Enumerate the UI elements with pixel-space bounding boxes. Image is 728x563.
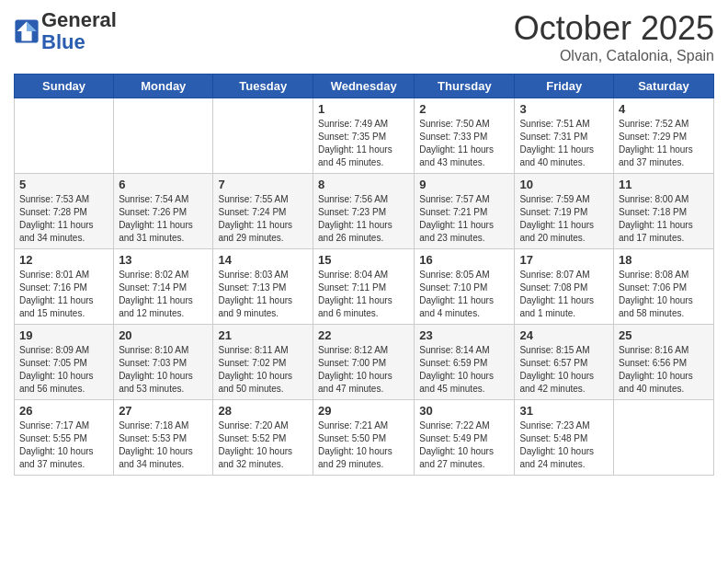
day-number: 18 <box>619 253 709 267</box>
week-row-2: 5Sunrise: 7:53 AM Sunset: 7:28 PM Daylig… <box>15 174 714 249</box>
day-info: Sunrise: 8:09 AM Sunset: 7:05 PM Dayligh… <box>19 344 108 396</box>
day-number: 20 <box>119 328 208 342</box>
day-info: Sunrise: 7:18 AM Sunset: 5:53 PM Dayligh… <box>119 419 208 471</box>
day-number: 26 <box>19 404 108 418</box>
day-number: 12 <box>19 253 108 267</box>
day-number: 9 <box>419 178 509 191</box>
logo-text: GeneralBlue <box>41 9 117 53</box>
day-number: 27 <box>119 404 208 418</box>
empty-cell <box>15 98 114 174</box>
month-title: October 2025 <box>514 9 714 48</box>
day-info: Sunrise: 8:16 AM Sunset: 6:56 PM Dayligh… <box>619 344 709 396</box>
day-info: Sunrise: 7:22 AM Sunset: 5:49 PM Dayligh… <box>419 419 509 471</box>
day-cell-31: 31Sunrise: 7:23 AM Sunset: 5:48 PM Dayli… <box>515 400 614 476</box>
title-block: October 2025 Olvan, Catalonia, Spain <box>514 9 714 64</box>
day-header-saturday: Saturday <box>614 75 714 98</box>
day-info: Sunrise: 7:57 AM Sunset: 7:21 PM Dayligh… <box>419 193 509 245</box>
day-cell-11: 11Sunrise: 8:00 AM Sunset: 7:18 PM Dayli… <box>614 174 714 249</box>
day-number: 5 <box>19 178 108 191</box>
day-cell-21: 21Sunrise: 8:11 AM Sunset: 7:02 PM Dayli… <box>213 325 313 400</box>
day-cell-7: 7Sunrise: 7:55 AM Sunset: 7:24 PM Daylig… <box>213 174 313 249</box>
day-info: Sunrise: 7:21 AM Sunset: 5:50 PM Dayligh… <box>318 419 409 471</box>
day-cell-19: 19Sunrise: 8:09 AM Sunset: 7:05 PM Dayli… <box>15 325 114 400</box>
day-cell-18: 18Sunrise: 8:08 AM Sunset: 7:06 PM Dayli… <box>614 249 714 325</box>
day-header-tuesday: Tuesday <box>213 75 313 98</box>
day-cell-8: 8Sunrise: 7:56 AM Sunset: 7:23 PM Daylig… <box>313 174 415 249</box>
day-info: Sunrise: 8:02 AM Sunset: 7:14 PM Dayligh… <box>119 269 208 320</box>
days-header-row: SundayMondayTuesdayWednesdayThursdayFrid… <box>15 75 714 98</box>
day-info: Sunrise: 7:59 AM Sunset: 7:19 PM Dayligh… <box>519 193 609 245</box>
day-cell-12: 12Sunrise: 8:01 AM Sunset: 7:16 PM Dayli… <box>15 249 114 325</box>
day-info: Sunrise: 8:11 AM Sunset: 7:02 PM Dayligh… <box>218 344 308 396</box>
week-row-3: 12Sunrise: 8:01 AM Sunset: 7:16 PM Dayli… <box>15 249 714 325</box>
day-cell-28: 28Sunrise: 7:20 AM Sunset: 5:52 PM Dayli… <box>213 400 313 476</box>
day-info: Sunrise: 7:50 AM Sunset: 7:33 PM Dayligh… <box>419 118 509 169</box>
day-number: 15 <box>318 253 409 267</box>
empty-cell <box>213 98 313 174</box>
day-cell-10: 10Sunrise: 7:59 AM Sunset: 7:19 PM Dayli… <box>515 174 614 249</box>
day-info: Sunrise: 7:23 AM Sunset: 5:48 PM Dayligh… <box>519 419 609 471</box>
day-cell-13: 13Sunrise: 8:02 AM Sunset: 7:14 PM Dayli… <box>114 249 213 325</box>
day-info: Sunrise: 8:05 AM Sunset: 7:10 PM Dayligh… <box>419 269 509 320</box>
day-number: 30 <box>419 404 509 418</box>
day-number: 21 <box>218 328 308 342</box>
day-info: Sunrise: 7:51 AM Sunset: 7:31 PM Dayligh… <box>519 118 609 169</box>
day-info: Sunrise: 7:54 AM Sunset: 7:26 PM Dayligh… <box>119 193 208 245</box>
day-number: 28 <box>218 404 308 418</box>
week-row-4: 19Sunrise: 8:09 AM Sunset: 7:05 PM Dayli… <box>15 325 714 400</box>
day-info: Sunrise: 8:07 AM Sunset: 7:08 PM Dayligh… <box>519 269 609 320</box>
day-cell-26: 26Sunrise: 7:17 AM Sunset: 5:55 PM Dayli… <box>15 400 114 476</box>
day-number: 19 <box>19 328 108 342</box>
header: GeneralBlue October 2025 Olvan, Cataloni… <box>14 9 714 64</box>
day-number: 24 <box>519 328 609 342</box>
page-container: GeneralBlue October 2025 Olvan, Cataloni… <box>0 0 728 485</box>
day-number: 23 <box>419 328 509 342</box>
logo: GeneralBlue <box>14 9 117 53</box>
day-cell-5: 5Sunrise: 7:53 AM Sunset: 7:28 PM Daylig… <box>15 174 114 249</box>
day-number: 13 <box>119 253 208 267</box>
day-cell-3: 3Sunrise: 7:51 AM Sunset: 7:31 PM Daylig… <box>515 98 614 174</box>
day-number: 11 <box>619 178 709 191</box>
empty-cell <box>114 98 213 174</box>
day-number: 4 <box>619 102 709 116</box>
day-cell-17: 17Sunrise: 8:07 AM Sunset: 7:08 PM Dayli… <box>515 249 614 325</box>
day-cell-6: 6Sunrise: 7:54 AM Sunset: 7:26 PM Daylig… <box>114 174 213 249</box>
day-info: Sunrise: 7:53 AM Sunset: 7:28 PM Dayligh… <box>19 193 108 245</box>
location: Olvan, Catalonia, Spain <box>514 48 714 64</box>
day-info: Sunrise: 8:10 AM Sunset: 7:03 PM Dayligh… <box>119 344 208 396</box>
day-header-thursday: Thursday <box>415 75 515 98</box>
day-number: 6 <box>119 178 208 191</box>
day-cell-22: 22Sunrise: 8:12 AM Sunset: 7:00 PM Dayli… <box>313 325 415 400</box>
day-info: Sunrise: 7:17 AM Sunset: 5:55 PM Dayligh… <box>19 419 108 471</box>
day-cell-29: 29Sunrise: 7:21 AM Sunset: 5:50 PM Dayli… <box>313 400 415 476</box>
day-number: 10 <box>519 178 609 191</box>
day-cell-30: 30Sunrise: 7:22 AM Sunset: 5:49 PM Dayli… <box>415 400 515 476</box>
week-row-1: 1Sunrise: 7:49 AM Sunset: 7:35 PM Daylig… <box>15 98 714 174</box>
day-info: Sunrise: 7:49 AM Sunset: 7:35 PM Dayligh… <box>318 118 409 169</box>
day-info: Sunrise: 7:55 AM Sunset: 7:24 PM Dayligh… <box>218 193 308 245</box>
day-cell-9: 9Sunrise: 7:57 AM Sunset: 7:21 PM Daylig… <box>415 174 515 249</box>
day-info: Sunrise: 8:01 AM Sunset: 7:16 PM Dayligh… <box>19 269 108 320</box>
day-info: Sunrise: 8:12 AM Sunset: 7:00 PM Dayligh… <box>318 344 409 396</box>
day-cell-1: 1Sunrise: 7:49 AM Sunset: 7:35 PM Daylig… <box>313 98 415 174</box>
day-cell-4: 4Sunrise: 7:52 AM Sunset: 7:29 PM Daylig… <box>614 98 714 174</box>
day-cell-15: 15Sunrise: 8:04 AM Sunset: 7:11 PM Dayli… <box>313 249 415 325</box>
day-info: Sunrise: 8:00 AM Sunset: 7:18 PM Dayligh… <box>619 193 709 245</box>
day-info: Sunrise: 8:14 AM Sunset: 6:59 PM Dayligh… <box>419 344 509 396</box>
day-cell-25: 25Sunrise: 8:16 AM Sunset: 6:56 PM Dayli… <box>614 325 714 400</box>
day-number: 2 <box>419 102 509 116</box>
day-info: Sunrise: 7:20 AM Sunset: 5:52 PM Dayligh… <box>218 419 308 471</box>
day-number: 25 <box>619 328 709 342</box>
day-number: 22 <box>318 328 409 342</box>
day-number: 8 <box>318 178 409 191</box>
day-header-wednesday: Wednesday <box>313 75 415 98</box>
day-info: Sunrise: 8:15 AM Sunset: 6:57 PM Dayligh… <box>519 344 609 396</box>
day-info: Sunrise: 8:08 AM Sunset: 7:06 PM Dayligh… <box>619 269 709 320</box>
day-cell-14: 14Sunrise: 8:03 AM Sunset: 7:13 PM Dayli… <box>213 249 313 325</box>
day-number: 1 <box>318 102 409 116</box>
calendar-table: SundayMondayTuesdayWednesdayThursdayFrid… <box>14 74 714 476</box>
day-number: 14 <box>218 253 308 267</box>
day-number: 17 <box>519 253 609 267</box>
day-number: 3 <box>519 102 609 116</box>
week-row-5: 26Sunrise: 7:17 AM Sunset: 5:55 PM Dayli… <box>15 400 714 476</box>
